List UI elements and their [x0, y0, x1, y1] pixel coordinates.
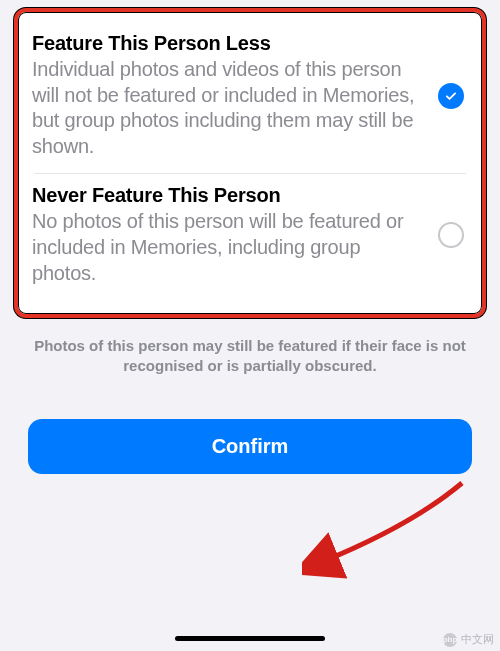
- watermark-logo-icon: php: [443, 633, 457, 647]
- option-feature-less-desc: Individual photos and videos of this per…: [32, 57, 426, 159]
- option-never-feature-radio[interactable]: [438, 222, 464, 248]
- option-feature-less-radio[interactable]: [438, 83, 464, 109]
- option-never-feature-desc: No photos of this person will be feature…: [32, 209, 426, 286]
- feature-options-panel: Feature This Person Less Individual phot…: [14, 8, 486, 318]
- checkmark-icon: [444, 89, 458, 103]
- option-never-feature-text: Never Feature This Person No photos of t…: [32, 184, 426, 286]
- option-never-feature[interactable]: Never Feature This Person No photos of t…: [32, 174, 468, 300]
- option-feature-less-title: Feature This Person Less: [32, 32, 426, 55]
- confirm-button[interactable]: Confirm: [28, 419, 472, 474]
- option-feature-less[interactable]: Feature This Person Less Individual phot…: [32, 22, 468, 173]
- option-feature-less-text: Feature This Person Less Individual phot…: [32, 32, 426, 159]
- footer-disclaimer: Photos of this person may still be featu…: [30, 336, 470, 377]
- home-indicator[interactable]: [175, 636, 325, 641]
- watermark: php 中文网: [443, 632, 494, 647]
- annotation-arrow-icon: [302, 475, 472, 580]
- option-never-feature-title: Never Feature This Person: [32, 184, 426, 207]
- watermark-text: 中文网: [461, 632, 494, 647]
